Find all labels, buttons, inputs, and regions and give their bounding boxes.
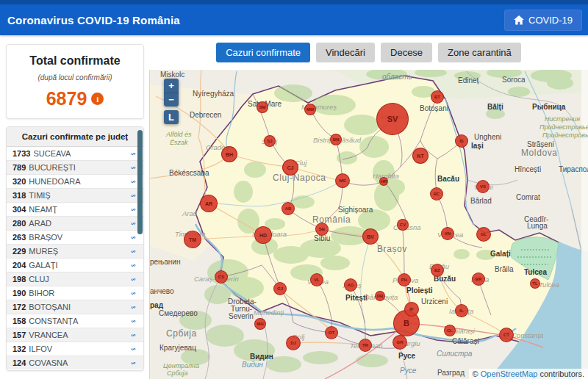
county-marker-bc[interactable]: BC — [430, 187, 443, 201]
link-icon[interactable] — [129, 206, 137, 214]
county-name: MUREȘ — [29, 245, 58, 258]
county-marker-ot[interactable]: OT — [325, 326, 338, 339]
attribution-suffix: contributors. — [537, 369, 584, 378]
table-row: 204GALAȚI — [7, 258, 143, 272]
total-panel-title: Total confirmate — [7, 54, 143, 68]
county-table-header: Cazuri confirmate pe județ — [7, 127, 143, 147]
county-marker-dj[interactable]: DJ — [286, 336, 301, 350]
table-row: 157VRANCEA — [7, 328, 143, 342]
county-marker-bh[interactable]: BH — [221, 146, 237, 162]
total-panel-subtitle: (după locul confirmării) — [7, 73, 143, 82]
county-marker-sm[interactable]: SM — [257, 101, 268, 113]
county-marker-tm[interactable]: TM — [184, 231, 201, 248]
table-row: 124COVASNA — [7, 355, 143, 369]
link-icon[interactable] — [129, 178, 137, 186]
county-marker-bt[interactable]: BT — [431, 90, 444, 104]
county-marker-gr[interactable]: GR — [392, 335, 407, 350]
county-marker-cj[interactable]: CJ — [282, 159, 298, 176]
county-marker-ms[interactable]: MS — [335, 173, 350, 188]
county-marker-ab[interactable]: AB — [282, 202, 295, 215]
county-marker-db[interactable]: DB — [375, 291, 385, 301]
county-table-card: Cazuri confirmate pe județ 1733SUCEAVA78… — [6, 126, 144, 371]
county-name: BUCUREȘTI — [29, 161, 76, 174]
locate-button[interactable]: L — [164, 110, 179, 124]
county-marker-hd[interactable]: HD — [254, 226, 272, 244]
case-count: 304 — [12, 203, 26, 216]
case-count: 320 — [12, 175, 26, 188]
county-table-body: 1733SUCEAVA789BUCUREȘTI320HUNEDOARA318TI… — [7, 147, 143, 369]
tab-zone-carantină[interactable]: Zone carantină — [438, 43, 521, 62]
county-marker-bn[interactable]: BN — [330, 134, 342, 145]
tab-cazuri-confirmate[interactable]: Cazuri confirmate — [216, 43, 310, 62]
county-marker-gj[interactable]: GJ — [273, 282, 287, 295]
county-marker-is[interactable]: IS — [455, 134, 468, 148]
county-marker-tr[interactable]: TR — [359, 339, 372, 352]
link-icon[interactable] — [129, 220, 137, 228]
home-icon — [514, 15, 524, 25]
app-title: Coronavirus COVID-19 România — [7, 14, 180, 26]
link-icon[interactable] — [129, 150, 137, 158]
county-name: TIMIȘ — [29, 189, 50, 202]
county-marker-sj[interactable]: SJ — [264, 135, 276, 147]
case-count: 1733 — [12, 147, 30, 160]
county-marker-mm[interactable]: MM — [304, 104, 316, 115]
map-attribution: © OpenStreetMap contributors. — [469, 369, 588, 379]
link-icon[interactable] — [129, 317, 137, 325]
county-marker-if[interactable]: IF — [404, 302, 419, 317]
county-name: VRANCEA — [29, 328, 68, 342]
link-icon[interactable] — [129, 303, 137, 311]
county-marker-sv[interactable]: SV — [376, 103, 409, 135]
tab-decese[interactable]: Decese — [381, 43, 432, 62]
county-marker-ar[interactable]: AR — [200, 195, 218, 212]
link-icon[interactable] — [129, 345, 137, 353]
county-marker-sb[interactable]: SB — [315, 223, 329, 236]
county-marker-br[interactable]: BR — [472, 272, 485, 286]
county-marker-ag[interactable]: AG — [344, 278, 357, 292]
county-marker-ct[interactable]: CT — [499, 328, 514, 342]
link-icon[interactable] — [129, 261, 137, 270]
case-count: 263 — [12, 231, 26, 244]
county-name: BIHOR — [29, 286, 54, 300]
link-icon[interactable] — [129, 289, 137, 297]
zoom-in-button[interactable]: + — [164, 79, 179, 93]
county-name: NEAMȚ — [29, 203, 57, 216]
link-icon[interactable] — [129, 192, 137, 200]
county-marker-gl[interactable]: GL — [476, 227, 491, 242]
county-marker-vs[interactable]: VS — [476, 180, 490, 193]
info-icon[interactable]: i — [91, 93, 104, 105]
county-marker-bz[interactable]: BZ — [431, 264, 444, 277]
openstreetmap-link[interactable]: OpenStreetMap — [481, 369, 538, 378]
map-viewport[interactable]: MiskolcNyíregyházaDebrecenAlföld ésÉszak… — [149, 70, 588, 379]
tab-vindecări[interactable]: Vindecări — [316, 43, 375, 62]
county-marker-cs[interactable]: CS — [215, 270, 228, 284]
county-name: GALAȚI — [29, 259, 57, 272]
county-marker-tl[interactable]: TL — [530, 278, 540, 289]
case-count: 198 — [12, 272, 26, 286]
county-marker-vn[interactable]: VN — [441, 227, 454, 240]
zoom-out-button[interactable]: − — [164, 93, 179, 107]
link-icon[interactable] — [129, 359, 137, 367]
table-scrollbar[interactable] — [137, 130, 143, 234]
table-row: 158CONSTANȚA — [7, 314, 143, 328]
county-marker-cv[interactable]: CV — [397, 219, 409, 231]
case-count: 124 — [12, 356, 26, 369]
county-marker-hr[interactable]: HR — [379, 177, 388, 186]
county-marker-ph[interactable]: PH — [398, 273, 411, 286]
county-marker-bv[interactable]: BV — [362, 228, 379, 245]
county-marker-nt[interactable]: NT — [412, 148, 429, 164]
county-marker-cl[interactable]: CL — [444, 325, 456, 336]
table-row: 190BIHOR — [7, 286, 143, 300]
link-icon[interactable] — [129, 164, 137, 172]
link-icon[interactable] — [129, 331, 137, 339]
county-marker-il[interactable]: IL — [455, 304, 468, 317]
link-icon[interactable] — [129, 234, 137, 242]
county-marker-vl[interactable]: VL — [310, 273, 323, 286]
county-marker-mh[interactable]: MH — [254, 318, 266, 330]
link-icon[interactable] — [129, 275, 137, 284]
case-count: 789 — [12, 161, 26, 174]
link-icon[interactable] — [129, 248, 137, 256]
case-count: 318 — [12, 189, 26, 202]
county-name: BRAȘOV — [29, 231, 62, 244]
table-row: 198CLUJ — [7, 272, 143, 286]
covid19-nav-button[interactable]: COVID-19 — [504, 10, 582, 31]
